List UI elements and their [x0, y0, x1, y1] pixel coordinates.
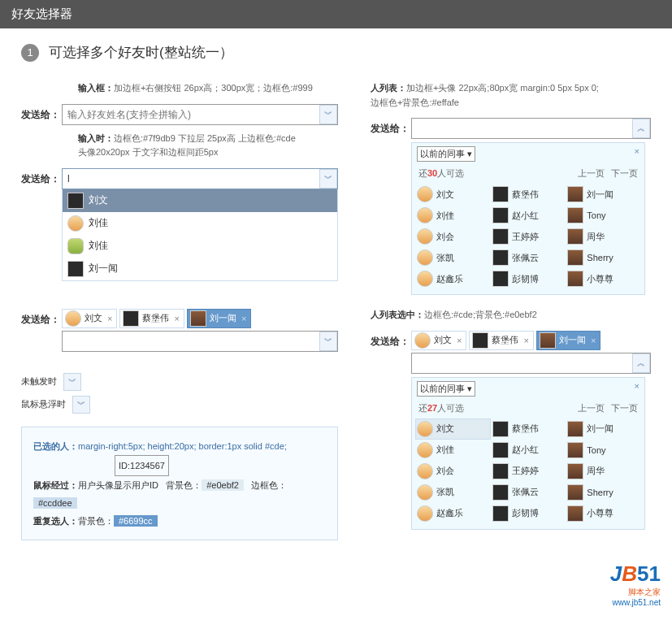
category-select[interactable]: 以前的同事▾ — [417, 381, 475, 397]
friend-chip[interactable]: 蔡堡伟× — [119, 309, 184, 328]
friend-cell[interactable]: 张佩云 — [491, 482, 566, 503]
dropdown-item[interactable]: 刘佳 — [63, 212, 337, 235]
avatar — [67, 193, 84, 209]
remove-icon[interactable]: × — [455, 336, 463, 345]
category-select[interactable]: 以前的同事▾ — [417, 146, 475, 162]
chevron-down-icon[interactable]: ︾ — [72, 396, 90, 414]
friend-cell[interactable]: 蔡堡伟 — [491, 418, 566, 440]
friend-cell[interactable]: Sherry — [566, 482, 641, 503]
dropdown-toggle[interactable] — [319, 169, 337, 189]
close-icon[interactable]: × — [635, 146, 639, 156]
friend-cell[interactable]: 小尊尊 — [566, 268, 641, 289]
avatar — [492, 505, 509, 522]
friend-cell[interactable]: 赵鑫乐 — [415, 268, 491, 289]
friend-cell[interactable]: 彭韧博 — [491, 268, 566, 289]
content: 1 可选择多个好友时(整站统一） 输入框：加边框+右侧按钮 26px高；300p… — [0, 28, 672, 555]
close-icon[interactable]: × — [635, 381, 639, 391]
avatar — [65, 310, 81, 327]
avatar — [492, 207, 509, 223]
prev-page[interactable]: 上一页 — [578, 403, 605, 413]
friend-chip[interactable]: 刘一闻× — [536, 331, 600, 350]
spec-input: 输入框：加边框+右侧按钮 26px高；300px宽；边框色:#999 — [78, 81, 338, 96]
friend-cell[interactable]: 王婷婷 — [491, 461, 566, 482]
friend-cell[interactable]: 蔡堡伟 — [491, 184, 566, 205]
friend-input-with-chips[interactable] — [62, 331, 338, 352]
avatar — [67, 261, 84, 277]
avatar — [567, 249, 583, 266]
section-number-badge: 1 — [21, 44, 39, 62]
friend-chip[interactable]: 刘一闻× — [187, 309, 251, 328]
friend-cell[interactable]: 彭韧博 — [491, 503, 566, 524]
friend-input-panel[interactable] — [411, 118, 651, 139]
remove-icon[interactable]: × — [172, 314, 180, 323]
dropdown-item[interactable]: 刘文 — [63, 189, 337, 212]
friend-input-panel[interactable] — [411, 353, 651, 374]
next-page[interactable]: 下一页 — [611, 403, 638, 413]
selected-chips: 刘文×蔡堡伟×刘一闻× — [62, 309, 338, 328]
dropdown-toggle-collapse[interactable] — [632, 119, 650, 138]
friend-cell[interactable]: 赵鑫乐 — [415, 503, 491, 524]
spec-list: 人列表：加边框+头像 22px高;80px宽 margin:0 5px 5px … — [371, 81, 651, 110]
friend-cell[interactable]: 张佩云 — [491, 247, 566, 268]
friend-cell[interactable]: 赵小红 — [491, 205, 566, 226]
avatar — [417, 463, 433, 479]
avatar — [417, 207, 433, 223]
state-untriggered: 未触发时 ︾ — [21, 373, 338, 391]
remove-icon[interactable]: × — [589, 336, 597, 345]
avatar — [417, 505, 433, 522]
friend-cell[interactable]: 张凯 — [415, 482, 491, 503]
avatar — [417, 442, 433, 458]
friend-cell[interactable]: Tony — [566, 205, 641, 226]
prev-page[interactable]: 上一页 — [578, 168, 605, 178]
chevron-down-icon: ▾ — [467, 384, 472, 394]
dropdown-item[interactable]: 刘一闻 — [63, 258, 337, 280]
friend-cell[interactable]: 张凯 — [415, 247, 491, 268]
friend-cell[interactable]: 刘会 — [415, 226, 491, 247]
section-heading: 1 可选择多个好友时(整站统一） — [21, 43, 651, 62]
selected-spec-box: 已选的人：margin-right:5px; height:20px; bord… — [21, 427, 338, 540]
label-send-to: 发送给： — [21, 104, 62, 122]
next-page[interactable]: 下一页 — [611, 168, 638, 178]
dropdown-toggle[interactable] — [319, 105, 337, 124]
avatar — [190, 310, 206, 327]
remove-icon[interactable]: × — [106, 314, 114, 323]
friend-panel: 以前的同事▾ × 还30人可选 上一页下一页 刘文蔡堡伟刘一闻刘佳赵小红Tony… — [411, 142, 645, 295]
friend-cell[interactable]: 小尊尊 — [566, 503, 641, 524]
remove-icon[interactable]: × — [522, 336, 530, 345]
friend-cell[interactable]: 刘佳 — [415, 205, 491, 226]
avatar — [567, 421, 583, 437]
friend-input-empty[interactable] — [62, 104, 338, 125]
friend-cell[interactable]: Tony — [566, 440, 641, 461]
dropdown-item[interactable]: 刘佳 — [63, 235, 337, 258]
friend-cell[interactable]: 赵小红 — [491, 440, 566, 461]
friend-cell[interactable]: 刘一闻 — [566, 418, 641, 440]
friend-chip[interactable]: 蔡堡伟× — [469, 331, 533, 350]
remove-icon[interactable]: × — [240, 314, 248, 323]
friend-cell[interactable]: 王婷婷 — [491, 226, 566, 247]
avatar — [417, 186, 433, 202]
friend-cell[interactable]: 刘文 — [415, 184, 491, 205]
avatar — [567, 505, 583, 522]
chevron-down-icon[interactable]: ︾ — [63, 373, 81, 391]
label-send-to: 发送给： — [21, 309, 62, 327]
friend-cell[interactable]: 刘佳 — [415, 440, 491, 461]
friend-cell[interactable]: 刘会 — [415, 461, 491, 482]
avatar — [492, 484, 509, 501]
friend-cell[interactable]: 周华 — [566, 226, 641, 247]
avatar — [492, 228, 509, 245]
friend-panel-selected: 以前的同事▾ × 还27人可选 上一页下一页 刘文蔡堡伟刘一闻刘佳赵小红Tony… — [411, 377, 645, 530]
friend-cell[interactable]: Sherry — [566, 247, 641, 268]
friend-chip[interactable]: 刘文× — [62, 309, 117, 328]
friend-cell[interactable]: 刘文 — [415, 418, 491, 440]
avatar — [417, 249, 433, 266]
friend-cell[interactable]: 刘一闻 — [566, 184, 641, 205]
friend-chip[interactable]: 刘文× — [411, 331, 466, 350]
friend-cell[interactable]: 周华 — [566, 461, 641, 482]
chevron-down-icon: ▾ — [467, 149, 472, 159]
avatar — [417, 421, 433, 437]
friend-input-typing[interactable] — [62, 168, 338, 189]
avatar — [472, 332, 488, 349]
dropdown-toggle-collapse[interactable] — [632, 353, 650, 373]
avatar — [567, 186, 583, 202]
dropdown-toggle[interactable] — [319, 332, 337, 351]
